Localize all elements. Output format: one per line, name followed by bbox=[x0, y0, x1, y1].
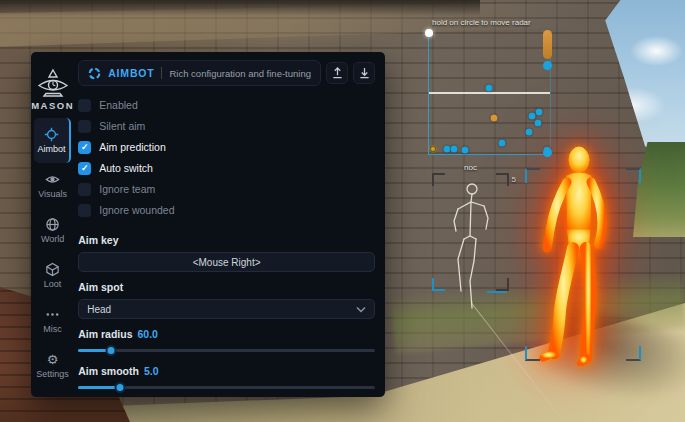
export-config-button[interactable] bbox=[326, 62, 348, 84]
radar-dot-blue bbox=[451, 146, 458, 153]
radar-dot-blue bbox=[536, 109, 543, 116]
player-marker-dot bbox=[543, 148, 552, 157]
spinner-circle-icon bbox=[88, 67, 101, 80]
dots-icon bbox=[45, 307, 60, 322]
checkbox-box[interactable] bbox=[78, 120, 91, 133]
bracket-corner bbox=[525, 346, 540, 361]
chevron-down-icon bbox=[356, 306, 366, 313]
bracket-tick bbox=[487, 291, 507, 293]
sidebar-item-world[interactable]: World bbox=[31, 208, 74, 253]
bracket-corner bbox=[626, 346, 641, 361]
sidebar-item-loot[interactable]: Loot bbox=[31, 253, 74, 298]
checkbox-ignore-team[interactable]: Ignore team bbox=[78, 182, 375, 196]
aim-smooth-label: Aim smooth bbox=[78, 365, 139, 377]
checkbox-auto-switch[interactable]: Auto switch bbox=[78, 161, 375, 175]
radar-move-handle[interactable] bbox=[425, 29, 433, 37]
aim-key-button[interactable]: <Mouse Right> bbox=[78, 252, 375, 272]
aim-smooth-slider[interactable] bbox=[78, 382, 375, 393]
esp-player-name: noc bbox=[432, 163, 509, 172]
aim-radius-value: 60.0 bbox=[138, 328, 158, 340]
radar-dot-gold bbox=[430, 146, 437, 153]
aim-smooth-value: 5.0 bbox=[144, 365, 159, 377]
download-icon bbox=[359, 67, 370, 79]
slider-thumb[interactable] bbox=[114, 382, 125, 393]
hold-progress-bar bbox=[543, 30, 552, 59]
checkbox-enabled[interactable]: Enabled bbox=[78, 98, 375, 112]
radar-dot-blue bbox=[499, 140, 506, 147]
aim-radius-slider[interactable] bbox=[78, 345, 375, 356]
player-esp-box bbox=[525, 168, 641, 361]
sidebar-item-label: Misc bbox=[43, 324, 62, 334]
checkbox-box[interactable] bbox=[78, 141, 91, 154]
checkbox-group: Enabled Silent aim Aim prediction Auto s… bbox=[78, 91, 375, 224]
sidebar-nav: Aimbot Visuals World bbox=[31, 118, 74, 388]
wall-top-shadow bbox=[0, 0, 480, 16]
checkbox-label: Silent aim bbox=[99, 120, 145, 132]
cube-icon bbox=[45, 262, 60, 277]
sidebar-item-label: World bbox=[41, 234, 64, 244]
eye-icon bbox=[45, 172, 60, 187]
import-config-button[interactable] bbox=[353, 62, 375, 84]
skeleton-esp-box: noc 5 bbox=[432, 173, 509, 291]
slider-track[interactable] bbox=[78, 349, 375, 352]
checkbox-label: Ignore wounded bbox=[99, 204, 174, 216]
brand-name: MASON bbox=[31, 100, 74, 111]
aimbot-page: AIMBOT Rich configuration and fine-tunin… bbox=[74, 52, 385, 397]
checkbox-box[interactable] bbox=[78, 162, 91, 175]
crosshair-icon bbox=[44, 127, 59, 142]
checkbox-label: Enabled bbox=[99, 99, 138, 111]
sidebar-item-settings[interactable]: ⚙ Settings bbox=[31, 343, 74, 388]
hold-bar-dot bbox=[543, 61, 552, 70]
aim-radius-label: Aim radius bbox=[78, 328, 132, 340]
page-subtitle: Rich configuration and fine-tuning bbox=[169, 68, 311, 79]
sidebar: MASON Aimbot Visuals bbox=[31, 52, 74, 397]
radar-dot-blue bbox=[529, 113, 536, 120]
brand-logo: MASON bbox=[31, 52, 74, 118]
sidebar-item-misc[interactable]: Misc bbox=[31, 298, 74, 343]
game-scene: hold on circle to move radar noc 5 bbox=[0, 0, 685, 422]
page-header: AIMBOT Rich configuration and fine-tunin… bbox=[78, 60, 375, 86]
checkbox-label: Aim prediction bbox=[99, 141, 166, 153]
checkbox-silent-aim[interactable]: Silent aim bbox=[78, 119, 375, 133]
sidebar-item-label: Loot bbox=[44, 279, 62, 289]
gear-icon: ⚙ bbox=[47, 352, 59, 367]
bracket-corner bbox=[432, 278, 445, 291]
radar-dot-blue bbox=[486, 85, 493, 92]
sidebar-item-label: Aimbot bbox=[38, 144, 66, 154]
checkbox-box[interactable] bbox=[78, 204, 91, 217]
checkbox-box[interactable] bbox=[78, 99, 91, 112]
checkbox-label: Auto switch bbox=[99, 162, 153, 174]
radar-widget[interactable]: hold on circle to move radar bbox=[428, 33, 551, 155]
page-header-box: AIMBOT Rich configuration and fine-tunin… bbox=[78, 60, 321, 86]
bracket-corner bbox=[496, 278, 509, 291]
aim-spot-value: Head bbox=[87, 304, 356, 315]
checkbox-label: Ignore team bbox=[99, 183, 155, 195]
sidebar-item-label: Settings bbox=[36, 369, 69, 379]
aim-spot-select[interactable]: Head bbox=[78, 299, 375, 319]
sidebar-item-aimbot[interactable]: Aimbot bbox=[34, 118, 71, 163]
radar-dot-blue bbox=[526, 129, 533, 136]
radar-dot-blue bbox=[535, 120, 542, 127]
sidebar-item-visuals[interactable]: Visuals bbox=[31, 163, 74, 208]
page-title: AIMBOT bbox=[108, 67, 154, 79]
globe-icon bbox=[45, 217, 60, 232]
checkbox-ignore-wounded[interactable]: Ignore wounded bbox=[78, 203, 375, 217]
aim-smooth-label-row: Aim smooth 5.0 bbox=[78, 365, 375, 377]
bracket-corner bbox=[626, 168, 641, 183]
slider-thumb[interactable] bbox=[105, 345, 116, 356]
checkbox-aim-prediction[interactable]: Aim prediction bbox=[78, 140, 375, 154]
bracket-corner bbox=[525, 168, 540, 183]
mason-eye-icon bbox=[35, 68, 71, 98]
upload-icon bbox=[332, 67, 343, 79]
radar-dot-orange bbox=[491, 115, 498, 122]
radar-hint-text: hold on circle to move radar bbox=[432, 18, 592, 27]
header-divider bbox=[161, 67, 162, 79]
sidebar-item-label: Visuals bbox=[38, 189, 67, 199]
radar-dot-blue bbox=[462, 147, 469, 154]
checkbox-box[interactable] bbox=[78, 183, 91, 196]
cheat-menu-panel: MASON Aimbot Visuals bbox=[31, 52, 385, 397]
bracket-corner bbox=[496, 173, 509, 186]
aim-spot-label: Aim spot bbox=[78, 281, 375, 293]
aim-key-label: Aim key bbox=[78, 234, 375, 246]
radar-north-line bbox=[429, 92, 550, 94]
